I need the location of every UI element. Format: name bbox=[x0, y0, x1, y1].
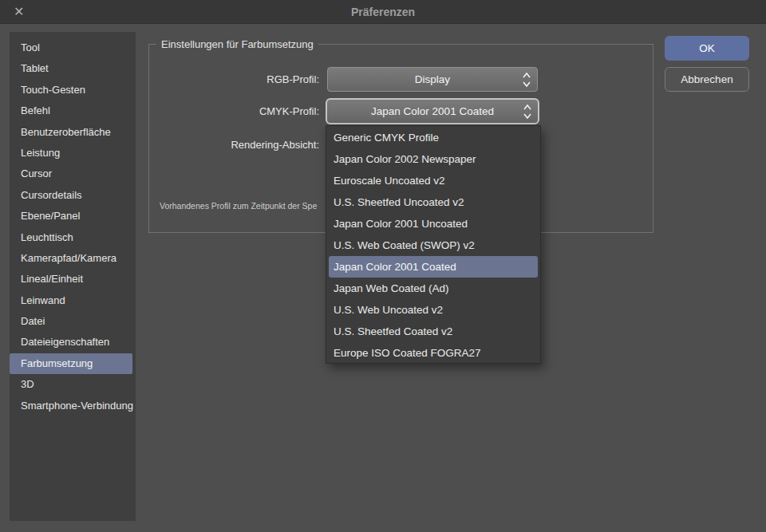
cmyk-profile-menu: Generic CMYK ProfileJapan Color 2002 New… bbox=[326, 125, 541, 364]
sidebar-item-touch-gesten[interactable]: Touch-Gesten bbox=[10, 80, 136, 100]
sidebar-item-smartphone-verbindung[interactable]: Smartphone-Verbindung bbox=[10, 396, 136, 416]
sidebar-item-cursor[interactable]: Cursor bbox=[10, 164, 136, 184]
menu-item-japan-color-2001-coated[interactable]: Japan Color 2001 Coated bbox=[329, 256, 538, 278]
cancel-button[interactable]: Abbrechen bbox=[665, 67, 749, 92]
sidebar-item-tool[interactable]: Tool bbox=[10, 37, 136, 58]
menu-item-u-s-web-coated-swop-v2[interactable]: U.S. Web Coated (SWOP) v2 bbox=[326, 234, 540, 256]
rgb-profile-value: Display bbox=[415, 73, 450, 85]
menu-item-japan-web-coated-ad[interactable]: Japan Web Coated (Ad) bbox=[326, 278, 540, 299]
menu-item-europe-iso-coated-fogra27[interactable]: Europe ISO Coated FOGRA27 bbox=[326, 342, 540, 364]
sidebar-item-lineal-einheit[interactable]: Lineal/Einheit bbox=[10, 269, 136, 290]
sidebar-item-farbumsetzung[interactable]: Farbumsetzung bbox=[10, 353, 132, 374]
sidebar-item-benutzeroberfl-che[interactable]: Benutzeroberfläche bbox=[10, 122, 136, 143]
existing-profile-note: Vorhandenes Profil zum Zeitpunkt der Spe bbox=[160, 201, 317, 211]
group-title: Einstellungen für Farbumsetzung bbox=[156, 38, 318, 50]
sidebar-item-cursordetails[interactable]: Cursordetails bbox=[10, 185, 136, 206]
sidebar-item-ebene-panel[interactable]: Ebene/Panel bbox=[10, 206, 136, 227]
sidebar-item-3d[interactable]: 3D bbox=[10, 374, 136, 395]
menu-item-u-s-sheetfed-uncoated-v2[interactable]: U.S. Sheetfed Uncoated v2 bbox=[326, 191, 540, 213]
window-title: Präferenzen bbox=[0, 0, 766, 24]
cmyk-profile-value: Japan Color 2001 Coated bbox=[371, 105, 494, 117]
menu-item-u-s-web-uncoated-v2[interactable]: U.S. Web Uncoated v2 bbox=[326, 299, 540, 321]
sidebar-item-leuchttisch[interactable]: Leuchttisch bbox=[10, 227, 136, 248]
rgb-profile-label: RGB-Profil: bbox=[148, 73, 319, 85]
titlebar: ✕ Präferenzen bbox=[0, 0, 766, 24]
rendering-intent-label: Rendering-Absicht: bbox=[148, 139, 319, 151]
sidebar-item-datei[interactable]: Datei bbox=[10, 311, 136, 332]
sidebar-item-befehl[interactable]: Befehl bbox=[10, 100, 136, 121]
menu-item-japan-color-2001-uncoated[interactable]: Japan Color 2001 Uncoated bbox=[326, 213, 540, 234]
preferences-window: ✕ Präferenzen ToolTabletTouch-GestenBefe… bbox=[0, 0, 766, 532]
sidebar-item-leinwand[interactable]: Leinwand bbox=[10, 290, 136, 311]
sidebar-list: ToolTabletTouch-GestenBefehlBenutzerober… bbox=[10, 32, 136, 521]
sidebar-item-leistung[interactable]: Leistung bbox=[10, 143, 136, 164]
menu-item-euroscale-uncoated-v2[interactable]: Euroscale Uncoated v2 bbox=[326, 170, 540, 191]
cmyk-profile-select[interactable]: Japan Color 2001 Coated bbox=[326, 98, 539, 124]
menu-item-japan-color-2002-newspaper[interactable]: Japan Color 2002 Newspaper bbox=[326, 148, 540, 170]
close-icon[interactable]: ✕ bbox=[14, 0, 24, 24]
sidebar-item-dateieigenschaften[interactable]: Dateieigenschaften bbox=[10, 332, 136, 353]
ok-button[interactable]: OK bbox=[665, 36, 749, 61]
rgb-profile-select[interactable]: Display bbox=[327, 67, 538, 92]
sidebar-item-tablet[interactable]: Tablet bbox=[10, 58, 136, 79]
menu-item-u-s-sheetfed-coated-v2[interactable]: U.S. Sheetfed Coated v2 bbox=[326, 321, 540, 342]
stepper-up-down-icon[interactable] bbox=[522, 102, 533, 121]
stepper-up-down-icon[interactable] bbox=[521, 70, 532, 89]
menu-item-generic-cmyk-profile[interactable]: Generic CMYK Profile bbox=[326, 127, 540, 148]
cmyk-profile-label: CMYK-Profil: bbox=[148, 105, 319, 117]
sidebar-item-kamerapfad-kamera[interactable]: Kamerapfad/Kamera bbox=[10, 248, 136, 269]
